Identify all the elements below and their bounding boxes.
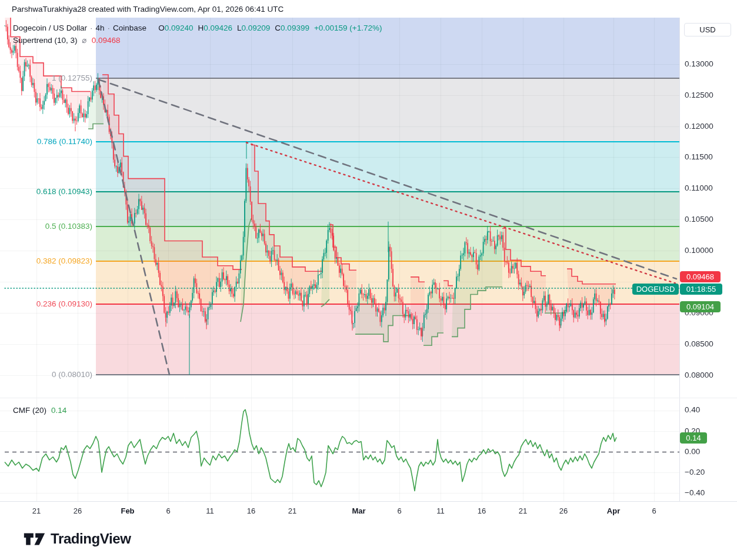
tradingview-logo-icon	[24, 532, 45, 546]
tradingview-chart-page: ParshwaTurakhiya28 created with TradingV…	[0, 0, 737, 560]
tradingview-logo-text: TradingView	[51, 531, 131, 547]
attribution-text: ParshwaTurakhiya28 created with TradingV…	[12, 5, 284, 14]
tradingview-logo: TradingView	[24, 531, 131, 547]
price-chart-canvas[interactable]	[0, 0, 737, 560]
